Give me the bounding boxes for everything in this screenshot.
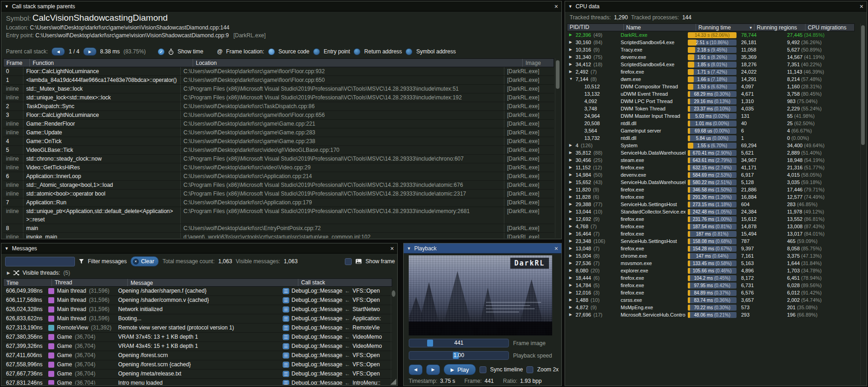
table-row[interactable]: inlineGame::RenderFloorC:\Users\wolf\Des…	[3, 120, 554, 128]
callstack-icon[interactable]	[283, 306, 289, 312]
expand-icon[interactable]: ▶	[569, 164, 573, 171]
expand-icon[interactable]: ▶	[569, 156, 573, 164]
process-row[interactable]: 13,132uDWM Event Thread68.29 ms (0.30%)4…	[567, 90, 855, 98]
step-back-button[interactable]: ◀	[409, 364, 423, 375]
callstack-origin[interactable]: VideoMemo	[353, 333, 382, 341]
col-name[interactable]: Name	[624, 24, 696, 31]
callstack-entry[interactable]: DebugLog::Message	[291, 360, 343, 369]
callstack-icon[interactable]	[283, 352, 289, 358]
table-row[interactable]: inlinestd::unique_ptr<Application,std::d…	[3, 207, 554, 224]
expand-icon[interactable]: ▶	[569, 201, 573, 208]
list-item[interactable]: 606,049,398nsMain thread(31,596)Opening …	[3, 287, 392, 296]
show-time-label[interactable]: Show time	[177, 48, 203, 55]
step-forward-button[interactable]: ▶	[426, 364, 440, 375]
callstack-titlebar[interactable]: ▼ Call stack sample parents ×	[1, 1, 561, 12]
cpu-titlebar[interactable]: ▼ CPU data ×	[565, 1, 867, 12]
callstack-entry[interactable]: DebugLog::Message	[291, 370, 343, 378]
expand-icon[interactable]: ▶	[569, 245, 573, 252]
process-row[interactable]: ▶30,456(25)steam.exe643.61 ms (2.79%)34,…	[567, 156, 855, 164]
table-row[interactable]: inlineGame::UpdateC:\Users\wolf\Desktop\…	[3, 128, 554, 137]
expand-icon[interactable]: ▶	[569, 39, 573, 46]
expand-icon[interactable]: ▶	[569, 68, 573, 75]
list-item[interactable]: 627,667,736nsGame(36,704)Opening /meta/r…	[3, 370, 392, 379]
callstack-icon[interactable]	[283, 371, 289, 377]
process-row[interactable]: ▶35,812(88)ServiceHub.DataWarehouseHost.…	[567, 149, 855, 156]
process-row[interactable]: ▶23,348(106)ServiceHub.SettingsHost158.0…	[567, 237, 855, 245]
callstack-origin[interactable]: VFS::Open	[353, 296, 380, 305]
process-row[interactable]: ▶14,984(50)devenv.exe584.69 ms (2.53%)6,…	[567, 171, 855, 179]
expand-icon[interactable]: ▶	[569, 193, 573, 201]
expand-icon[interactable]: ▶	[569, 267, 573, 274]
table-row[interactable]: 2TaskDispatch::SyncC:\Users\wolf\Desktop…	[3, 102, 554, 111]
process-row[interactable]: ▶12,016(3)firefox.exe84.89 ms (0.37%)6,5…	[567, 289, 855, 296]
callstack-entry[interactable]: DebugLog::Message	[291, 305, 343, 314]
callstack-origin[interactable]: Application:	[353, 314, 381, 323]
list-item[interactable]: 626,024,328nsMain thread(31,596)Network …	[3, 305, 392, 314]
process-row[interactable]: ▶27,536(7)msvsmon.exe133.45 ms (0.58%)5,…	[567, 260, 855, 267]
list-item[interactable]: 627,831,246nsGame(36,704)Intro menu load…	[3, 379, 392, 385]
table-row[interactable]: inlineVideo::GetTicksHiResC:\Users\wolf\…	[3, 163, 554, 172]
expand-icon[interactable]: ▶	[569, 260, 573, 267]
play-button[interactable]: ▶ Play	[444, 364, 476, 375]
messages-scroll-thumb[interactable]	[392, 290, 395, 297]
process-row[interactable]: ▶27,696(17)Microsoft.ServiceHub.Controll…	[567, 311, 855, 318]
list-item[interactable]: 626,833,622nsMain thread(31,596)Booting.…	[3, 314, 392, 323]
process-row[interactable]: ▶18,444(6)firefox.exe104.2 ms (0.45%)8,1…	[567, 274, 855, 282]
expand-icon[interactable]: ▶	[569, 223, 573, 230]
expand-icon[interactable]: ▶	[569, 296, 573, 304]
process-row[interactable]: ▶11,152(12)firefox.exe632.15 ms (2.74%)4…	[567, 164, 855, 171]
callstack-icon[interactable]	[283, 297, 289, 303]
process-row[interactable]: 20,508ntdll.dll1.01 ms (0.00%)4025 (62.5…	[567, 120, 855, 127]
process-row[interactable]: ▼7,144(8)dwm.exe1.66 s (7.18%)14,2918,21…	[567, 75, 855, 83]
callstack-origin[interactable]: IntroMenu::	[353, 379, 381, 385]
process-row[interactable]: 3,748DWM Token Thread23.37 ms (0.10%)4,0…	[567, 105, 855, 112]
expand-icon[interactable]: ▶	[569, 53, 573, 61]
process-row[interactable]: 24,964DWM Master Input Thread5.03 ms (0.…	[567, 112, 855, 120]
callstack-origin[interactable]: VideoMemo	[353, 342, 382, 351]
collapse-icon[interactable]: ▼	[407, 246, 411, 251]
process-row[interactable]: ▶11,828(6)firefox.exe291.26 ms (1.26%)16…	[567, 193, 855, 201]
callstack-entry[interactable]: DebugLog::Message	[291, 287, 343, 295]
table-row[interactable]: 4Game::OnTickC:\Users\wolf\Desktop\darkr…	[3, 137, 554, 146]
messages-scrollbar[interactable]	[391, 287, 396, 385]
col-pid-tid[interactable]: PID/TID	[567, 24, 624, 31]
callstack-origin[interactable]: StartNetwo	[353, 305, 380, 314]
close-icon[interactable]: ×	[554, 3, 558, 10]
callstack-origin[interactable]: RemoteVie	[353, 323, 380, 332]
expand-icon[interactable]: ▶	[569, 61, 573, 68]
expand-icon[interactable]: ▶	[569, 46, 573, 53]
expand-icon[interactable]: ▶	[569, 179, 573, 186]
callstack-entry[interactable]: DebugLog::Message	[291, 314, 343, 323]
expand-icon[interactable]: ▶	[569, 215, 573, 223]
process-row[interactable]: 3,564GameInput server69.68 us (0.00%)64 …	[567, 127, 855, 134]
process-row[interactable]: ▶1,488(10)csrss.exe83.74 ms (0.36%)3,657…	[567, 296, 855, 304]
process-row[interactable]: ▶8,080(20)explorer.exe105.66 ms (0.46%)4…	[567, 267, 855, 274]
table-row[interactable]: 6Application::InnerLoopC:\Users\wolf\Des…	[3, 172, 554, 181]
expand-icon[interactable]: ▶	[569, 186, 573, 193]
radio-source-code-label[interactable]: Source code	[279, 48, 309, 55]
next-callstack-button[interactable]: ▶	[83, 47, 97, 56]
process-row[interactable]: ▶14,784(5)firefox.exe97.95 ms (0.42%)6,7…	[567, 282, 855, 289]
process-row[interactable]: 4,092DWM LPC Port Thread29.16 ms (0.13%)…	[567, 98, 855, 105]
expand-icon[interactable]: ▶	[569, 208, 573, 215]
process-row[interactable]: ▶31,340(75)devenv.exe1.91 s (8.26%)35,36…	[567, 53, 855, 61]
collapse-icon[interactable]: ▼	[569, 75, 573, 83]
collapse-icon[interactable]: ▼	[5, 246, 9, 251]
show-frame-checkbox[interactable]	[345, 258, 352, 265]
table-row[interactable]: inlinestd::unique_lock<std::mutex>::lock…	[3, 93, 554, 102]
table-row[interactable]: 3Floor::CalcLightNoLuminanceC:\Users\wol…	[3, 111, 554, 120]
sync-timeline-checkbox[interactable]	[480, 366, 486, 373]
table-row[interactable]: inlinestd::chrono::steady_clock::nowC:\P…	[3, 155, 554, 163]
process-row[interactable]: 13,732ntdll.dll5.84 us (0.00%)10 (0.00%)	[567, 134, 855, 142]
process-row[interactable]: 10,512DWM Compositor Thread1.53 s (6.63%…	[567, 83, 855, 90]
process-row[interactable]: ▶2,492(7)firefox.exe1.71 s (7.42%)24,022…	[567, 68, 855, 75]
visible-threads-row[interactable]: ▶ Visible threads: (5)	[7, 270, 70, 276]
list-item[interactable]: 627,313,190nsRemoteView(31,392)Remote vi…	[3, 323, 392, 333]
speed-slider[interactable]: 1.00	[409, 351, 509, 360]
process-row[interactable]: ▶34,412(18)ScriptedSandbox64.exe1.85 s (…	[567, 61, 855, 68]
process-row[interactable]: ▶10,316(9)Tracy.exe2.18 s (9.45%)11,0585…	[567, 46, 855, 53]
prev-callstack-button[interactable]: ◀	[51, 47, 65, 56]
process-row[interactable]: ▶4,768(7)firefox.exe187.54 ms (0.81%)14,…	[567, 223, 855, 230]
messages-titlebar[interactable]: ▼ Messages ×	[1, 243, 397, 254]
entry-point-path[interactable]: C:\Users\wolf\Desktop\darkrl\src\game\vi…	[35, 32, 229, 39]
